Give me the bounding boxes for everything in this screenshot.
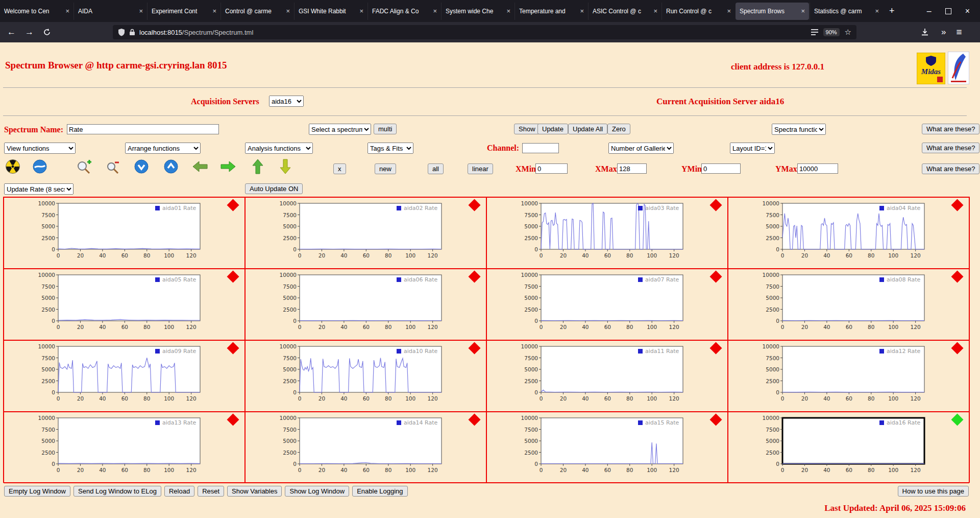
browser-tab[interactable]: Experiment Cont× <box>147 3 220 20</box>
tab-close-icon[interactable]: × <box>653 7 657 15</box>
tags-fits-dropdown[interactable]: Tags & Fits <box>368 143 413 154</box>
gallery-cell-aida12[interactable]: 025005000750010000020406080100120aida12 … <box>728 340 969 412</box>
blue-up-arrow-icon[interactable] <box>164 159 178 176</box>
spectrum-chart[interactable]: 025005000750010000020406080100120aida14 … <box>274 414 468 480</box>
send-log-window-to-elog-button[interactable]: Send Log Window to ELog <box>74 486 161 497</box>
blue-down-arrow-icon[interactable] <box>134 159 149 176</box>
spectrum-chart[interactable]: 025005000750010000020406080100120aida08 … <box>757 271 951 337</box>
spectrum-chart[interactable]: 025005000750010000020406080100120aida10 … <box>274 343 468 408</box>
status-diamond[interactable] <box>468 199 480 211</box>
status-diamond[interactable] <box>951 270 963 282</box>
zoom-in-icon[interactable] <box>76 159 92 176</box>
status-diamond[interactable] <box>468 413 480 426</box>
status-diamond[interactable] <box>227 199 239 211</box>
gallery-cell-aida06[interactable]: 025005000750010000020406080100120aida06 … <box>245 269 486 340</box>
status-diamond[interactable] <box>951 199 963 211</box>
arrow-left-icon[interactable] <box>192 161 208 174</box>
tab-close-icon[interactable]: × <box>727 7 731 15</box>
gallery-cell-aida02[interactable]: 025005000750010000020406080100120aida02 … <box>245 197 486 269</box>
gallery-cell-aida09[interactable]: 025005000750010000020406080100120aida09 … <box>4 340 245 412</box>
browser-tab[interactable]: Run Control @ c× <box>662 3 735 20</box>
reload-button[interactable]: Reload <box>164 486 194 497</box>
update-all-button[interactable]: Update All <box>568 124 607 134</box>
browser-tab[interactable]: Statistics @ carm× <box>810 3 883 20</box>
xmax-input[interactable] <box>617 163 647 174</box>
ymin-input[interactable] <box>701 163 741 174</box>
back-button[interactable]: ← <box>7 27 16 37</box>
spectrum-chart[interactable]: 025005000750010000020406080100120aida11 … <box>516 343 709 408</box>
xmin-input[interactable] <box>535 163 568 174</box>
auto-update-button[interactable]: Auto Update ON <box>245 183 303 194</box>
forward-button[interactable]: → <box>25 27 34 37</box>
arrow-up-icon[interactable] <box>252 159 263 176</box>
tab-close-icon[interactable]: × <box>286 7 290 15</box>
x-projection-button[interactable]: x <box>333 163 346 174</box>
tab-close-icon[interactable]: × <box>65 7 69 15</box>
show-log-window-button[interactable]: Show Log Window <box>285 486 349 497</box>
spectrum-chart[interactable]: 025005000750010000020406080100120aida06 … <box>274 271 468 337</box>
browser-tab[interactable]: Spectrum Brows× <box>736 3 809 20</box>
channel-input[interactable] <box>522 143 559 153</box>
status-diamond[interactable] <box>951 413 963 426</box>
spectrum-chart[interactable]: 025005000750010000020406080100120aida13 … <box>33 414 227 480</box>
spectrum-chart[interactable]: 025005000750010000020406080100120aida12 … <box>757 343 951 408</box>
blue-globe-icon[interactable] <box>33 159 47 176</box>
tab-close-icon[interactable]: × <box>359 7 363 15</box>
update-button[interactable]: Update <box>537 124 568 134</box>
tab-close-icon[interactable]: × <box>801 7 805 15</box>
browser-tab[interactable]: Welcome to Cen× <box>0 3 74 20</box>
analysis-functions-dropdown[interactable]: Analysis functions <box>245 143 313 154</box>
what-are-these-button-1[interactable]: What are these? <box>922 124 979 134</box>
spectra-functions-dropdown[interactable]: Spectra functions <box>772 124 826 135</box>
tab-close-icon[interactable]: × <box>875 7 879 15</box>
all-button[interactable]: all <box>428 163 444 174</box>
tracking-protection-shield-icon[interactable] <box>118 28 125 36</box>
empty-log-window-button[interactable]: Empty Log Window <box>4 486 70 497</box>
update-rate-dropdown[interactable]: Update Rate (8 secs) <box>4 183 74 195</box>
show-variables-button[interactable]: Show Variables <box>227 486 282 497</box>
status-diamond[interactable] <box>227 342 239 354</box>
gallery-cell-aida04[interactable]: 025005000750010000020406080100120aida04 … <box>728 197 969 269</box>
gallery-cell-aida08[interactable]: 025005000750010000020406080100120aida08 … <box>728 269 969 340</box>
multi-button[interactable]: multi <box>374 124 397 134</box>
reset-button[interactable]: Reset <box>198 486 224 497</box>
status-diamond[interactable] <box>709 199 722 211</box>
radiation-icon[interactable] <box>5 159 20 176</box>
gallery-cell-aida05[interactable]: 025005000750010000020406080100120aida05 … <box>4 269 245 340</box>
overflow-menu-button[interactable]: » <box>941 27 946 37</box>
reader-mode-icon[interactable] <box>811 29 818 35</box>
enable-logging-button[interactable]: Enable Logging <box>352 486 407 497</box>
tcl-powered-logo[interactable] <box>948 52 969 86</box>
tab-close-icon[interactable]: × <box>580 7 584 15</box>
gallery-cell-aida01[interactable]: 025005000750010000020406080100120aida01 … <box>4 197 245 269</box>
spectrum-chart[interactable]: 025005000750010000020406080100120aida09 … <box>33 343 227 408</box>
url-bar[interactable]: localhost:8015/Spectrum/Spectrum.tml 90%… <box>113 25 856 39</box>
browser-tab[interactable]: FADC Align & Co× <box>368 3 441 20</box>
browser-tab[interactable]: GSI White Rabbit× <box>294 3 368 20</box>
bookmark-star-icon[interactable]: ☆ <box>845 28 851 37</box>
how-to-use-button[interactable]: How to use this page <box>898 486 969 497</box>
status-diamond[interactable] <box>709 413 722 426</box>
downloads-button[interactable] <box>921 28 929 36</box>
ymax-input[interactable] <box>797 163 838 174</box>
tab-close-icon[interactable]: × <box>506 7 510 15</box>
gallery-cell-aida10[interactable]: 025005000750010000020406080100120aida10 … <box>245 340 486 412</box>
zoom-level-badge[interactable]: 90% <box>823 28 840 36</box>
status-diamond[interactable] <box>951 342 963 354</box>
zero-button[interactable]: Zero <box>607 124 630 134</box>
browser-tab[interactable]: AIDA× <box>74 3 147 20</box>
status-diamond[interactable] <box>468 270 480 282</box>
gallery-cell-aida03[interactable]: 025005000750010000020406080100120aida03 … <box>486 197 728 269</box>
tab-close-icon[interactable]: × <box>212 7 216 15</box>
tab-close-icon[interactable]: × <box>139 7 143 15</box>
layout-id-dropdown[interactable]: Layout ID=1 <box>730 143 775 154</box>
maximize-button[interactable] <box>945 8 951 14</box>
app-menu-button[interactable]: ≡ <box>956 27 962 38</box>
tab-close-icon[interactable]: × <box>433 7 437 15</box>
spectrum-name-input[interactable] <box>67 124 219 134</box>
spectrum-chart[interactable]: 025005000750010000020406080100120aida16 … <box>757 414 951 480</box>
gallery-cell-aida13[interactable]: 025005000750010000020406080100120aida13 … <box>4 412 245 483</box>
view-functions-dropdown[interactable]: View functions <box>4 143 76 154</box>
padlock-icon[interactable] <box>129 29 135 36</box>
reload-button[interactable] <box>43 28 51 36</box>
